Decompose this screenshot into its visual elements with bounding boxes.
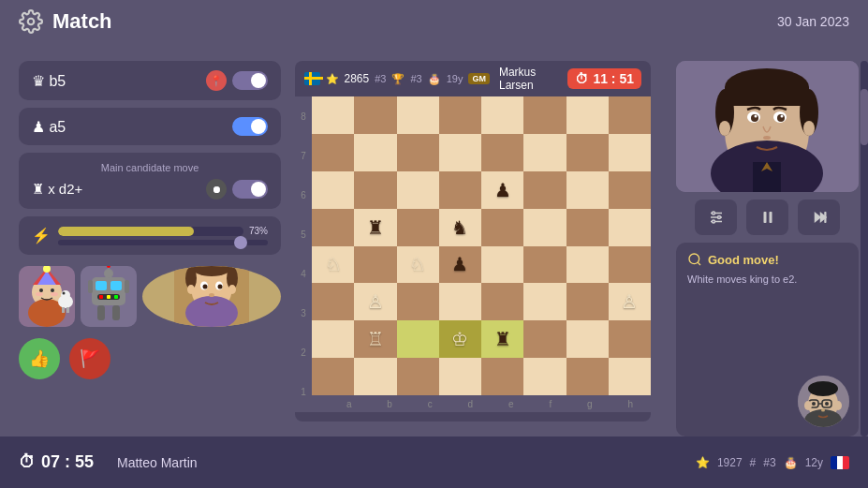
top-player-rank2: #3 xyxy=(410,73,421,84)
board-cell[interactable]: ♔ xyxy=(439,320,481,358)
board-cell[interactable] xyxy=(312,283,354,320)
board-cell[interactable] xyxy=(312,358,354,395)
file-label: h xyxy=(627,399,633,409)
board-cell[interactable] xyxy=(481,283,523,320)
rating-icon-bottom: ⭐ xyxy=(696,456,710,469)
board-cell[interactable] xyxy=(481,96,523,134)
opponent-avatar xyxy=(676,61,859,192)
board-cell[interactable] xyxy=(566,96,609,134)
board-cell[interactable] xyxy=(523,283,566,320)
board-cell[interactable] xyxy=(354,171,396,209)
sweden-flag xyxy=(304,72,320,85)
board-cell[interactable]: ♟ xyxy=(439,246,481,284)
avatar-card-1[interactable] xyxy=(19,266,75,327)
board-cell[interactable] xyxy=(566,358,609,395)
board-cell[interactable] xyxy=(397,171,439,209)
toggle-knob-candidate xyxy=(251,182,266,197)
svg-rect-19 xyxy=(110,281,122,290)
board-cell[interactable] xyxy=(609,209,651,246)
svg-point-84 xyxy=(821,409,825,412)
board-cell[interactable]: ♘ xyxy=(312,246,354,284)
board-cell[interactable] xyxy=(566,320,609,358)
board-cell[interactable] xyxy=(566,283,609,320)
analysis-header: Good move! xyxy=(687,252,847,267)
board-cell[interactable]: ♜ xyxy=(354,209,396,246)
board-cell[interactable]: ♙ xyxy=(354,283,396,320)
board-cell[interactable] xyxy=(312,96,354,134)
board-cell[interactable]: ♟ xyxy=(481,171,523,209)
chess-board[interactable]: ♟♜♞♘♘♟♙♙♖♔♜ xyxy=(312,96,651,395)
progress-slider[interactable] xyxy=(58,240,268,245)
toggle-candidate[interactable] xyxy=(232,180,268,199)
board-cell[interactable] xyxy=(397,358,439,395)
pause-btn[interactable] xyxy=(746,200,788,235)
board-cell[interactable] xyxy=(439,134,481,171)
board-cell[interactable] xyxy=(523,320,566,358)
board-cell[interactable] xyxy=(354,96,396,134)
board-cell[interactable] xyxy=(523,209,566,246)
gear-icon[interactable] xyxy=(19,9,43,34)
board-cell[interactable]: ♖ xyxy=(354,320,396,358)
move-b5-controls: 📍 xyxy=(206,70,268,91)
green-action-btn[interactable]: 👍 xyxy=(19,338,60,379)
board-cell[interactable] xyxy=(609,320,651,358)
board-cell[interactable] xyxy=(609,171,651,209)
board-cell[interactable] xyxy=(397,209,439,246)
board-cell[interactable] xyxy=(609,134,651,171)
board-cell[interactable]: ♙ xyxy=(609,283,651,320)
board-cell[interactable] xyxy=(439,358,481,395)
board-cell[interactable] xyxy=(312,320,354,358)
board-cell[interactable] xyxy=(523,246,566,284)
board-cell[interactable] xyxy=(523,134,566,171)
board-cell[interactable] xyxy=(609,246,651,284)
chess-piece: ♜ xyxy=(494,330,511,348)
pin-button-candidate[interactable]: ⏺ xyxy=(206,179,227,200)
svg-point-66 xyxy=(717,216,720,219)
board-cell[interactable] xyxy=(481,358,523,395)
file-label: e xyxy=(508,399,514,409)
board-cell[interactable] xyxy=(312,209,354,246)
progress-label: 73% xyxy=(249,226,268,236)
board-cell[interactable] xyxy=(609,358,651,395)
pin-button-b5[interactable]: 📍 xyxy=(206,70,227,91)
board-cell[interactable] xyxy=(354,358,396,395)
board-cell[interactable] xyxy=(397,96,439,134)
skip-forward-btn[interactable] xyxy=(798,200,840,235)
board-cell[interactable]: ♘ xyxy=(397,246,439,284)
board-cell[interactable]: ♞ xyxy=(439,209,481,246)
board-cell[interactable] xyxy=(523,171,566,209)
rank-label: 2 xyxy=(301,348,306,358)
flag-red xyxy=(843,456,849,469)
board-cell[interactable] xyxy=(397,134,439,171)
board-cell[interactable]: ♜ xyxy=(481,320,523,358)
avatars-row xyxy=(19,266,281,327)
board-cell[interactable] xyxy=(397,283,439,320)
board-cell[interactable] xyxy=(439,96,481,134)
scrollbar-thumb[interactable] xyxy=(861,89,868,145)
board-cell[interactable] xyxy=(566,246,609,284)
board-cell[interactable] xyxy=(439,283,481,320)
board-cell[interactable] xyxy=(354,246,396,284)
board-cell[interactable] xyxy=(523,96,566,134)
avatar-card-2[interactable] xyxy=(81,266,137,327)
toggle-a5[interactable] xyxy=(232,117,268,136)
board-cell[interactable] xyxy=(354,134,396,171)
board-cell[interactable] xyxy=(312,134,354,171)
board-cell[interactable] xyxy=(566,209,609,246)
chess-piece: ♞ xyxy=(451,218,468,237)
board-cell[interactable] xyxy=(439,171,481,209)
player-avatar-bottom xyxy=(142,266,281,327)
board-cell[interactable] xyxy=(481,134,523,171)
flag-btn[interactable]: 🚩 xyxy=(69,338,110,379)
svg-point-13 xyxy=(63,292,66,295)
board-cell[interactable] xyxy=(397,320,439,358)
board-cell[interactable] xyxy=(609,96,651,134)
board-cell[interactable] xyxy=(566,171,609,209)
toggle-b5[interactable] xyxy=(232,71,268,90)
board-cell[interactable] xyxy=(312,171,354,209)
board-cell[interactable] xyxy=(566,134,609,171)
board-cell[interactable] xyxy=(481,246,523,284)
board-cell[interactable] xyxy=(481,209,523,246)
board-cell[interactable] xyxy=(523,358,566,395)
settings-ctrl-btn[interactable] xyxy=(695,200,737,235)
